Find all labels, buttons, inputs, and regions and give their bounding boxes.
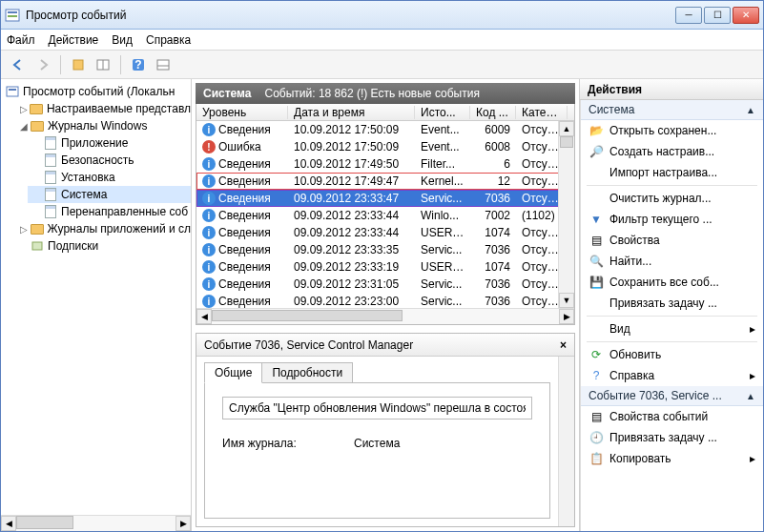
action-save-all[interactable]: 💾Сохранить все соб... (581, 272, 763, 293)
log-icon (43, 187, 58, 202)
action-properties[interactable]: ▤Свойства (581, 230, 763, 251)
scroll-right-icon[interactable]: ▶ (176, 516, 191, 531)
tree-hscrollbar[interactable]: ◀ ▶ (1, 515, 191, 531)
cell-source: Kernel... (415, 174, 470, 188)
table-row[interactable]: iСведения09.09.2012 23:33:19USER321074От… (196, 258, 574, 276)
menu-help[interactable]: Справка (146, 33, 191, 47)
tree-windows-logs[interactable]: ◢Журналы Windows (14, 117, 191, 134)
action-attach-task-event[interactable]: 🕘Привязать задачу ... (581, 427, 763, 448)
svg-rect-8 (157, 60, 169, 70)
cell-id: 7036 (470, 295, 516, 308)
copy-icon: 📋 (588, 451, 604, 466)
info-icon: i (202, 260, 216, 274)
close-button[interactable]: ✕ (733, 7, 759, 24)
tree-setup[interactable]: Установка (28, 169, 191, 186)
table-row[interactable]: iСведения10.09.2012 17:49:47Kernel...12О… (196, 173, 574, 190)
svg-text:?: ? (134, 58, 141, 72)
cell-source: USER32 (415, 226, 470, 239)
tree-apps-services[interactable]: ▷Журналы приложений и сл (14, 220, 191, 237)
collapse-icon[interactable]: ▲ (746, 391, 755, 401)
action-copy[interactable]: 📋Копировать▸ (581, 448, 763, 469)
action-import-custom[interactable]: Импорт настраива... (581, 162, 763, 183)
tree-security[interactable]: Безопасность (28, 152, 191, 169)
col-level[interactable]: Уровень (196, 106, 288, 119)
table-row[interactable]: iСведения09.09.2012 23:33:47Servic...703… (196, 190, 574, 207)
actions-group-event[interactable]: Событие 7036, Service ...▲ (581, 386, 763, 406)
info-icon: i (202, 295, 216, 308)
tree-subscriptions[interactable]: Подписки (14, 237, 191, 255)
cell-datetime: 10.09.2012 17:49:50 (288, 157, 415, 171)
event-grid: Уровень Дата и время Исто... Код ... Кат… (196, 104, 575, 325)
tree-application[interactable]: Приложение (28, 134, 191, 152)
table-row[interactable]: iСведения09.09.2012 23:23:00Servic...703… (196, 293, 574, 308)
cell-level: Сведения (218, 226, 271, 239)
toggle-pane-button[interactable] (92, 53, 114, 76)
titlebar: Просмотр событий ─ ☐ ✕ (1, 1, 763, 30)
table-row[interactable]: iСведения09.09.2012 23:31:05Servic...703… (196, 276, 574, 293)
help-button[interactable]: ? (127, 53, 150, 76)
detail-title: Событие 7036, Service Control Manager (204, 338, 413, 352)
action-attach-task[interactable]: Привязать задачу ... (581, 293, 763, 314)
action-refresh[interactable]: ⟳Обновить (581, 344, 763, 365)
table-row[interactable]: iСведения10.09.2012 17:50:09Event...6009… (196, 121, 574, 138)
minimize-button[interactable]: ─ (675, 7, 702, 24)
table-row[interactable]: iСведения09.09.2012 23:33:35Servic...703… (196, 241, 574, 258)
menu-action[interactable]: Действие (49, 33, 99, 47)
cell-id: 1074 (470, 226, 516, 239)
menu-view[interactable]: Вид (112, 33, 133, 47)
scroll-left-icon[interactable]: ◀ (196, 309, 212, 324)
forward-button[interactable] (31, 53, 54, 76)
find-icon: 🔍 (588, 254, 604, 269)
show-tree-button[interactable] (67, 53, 90, 76)
tree-root[interactable]: Просмотр событий (Локальн (1, 83, 191, 100)
scroll-down-icon[interactable]: ▼ (559, 293, 574, 308)
col-source[interactable]: Исто... (415, 106, 470, 119)
action-view[interactable]: Вид▸ (581, 318, 763, 339)
scroll-left-icon[interactable]: ◀ (1, 516, 16, 531)
action-clear-log[interactable]: Очистить журнал... (581, 188, 763, 209)
submenu-icon: ▸ (750, 369, 755, 382)
cell-level: Сведения (218, 277, 271, 291)
back-button[interactable] (7, 53, 30, 76)
tree-forwarded[interactable]: Перенаправленные соб (28, 203, 191, 220)
cell-datetime: 09.09.2012 23:33:47 (288, 192, 415, 205)
expand-icon[interactable]: ▷ (18, 104, 30, 114)
actions-group-system[interactable]: Система▲ (581, 100, 763, 120)
preview-pane-button[interactable] (152, 53, 175, 76)
col-datetime[interactable]: Дата и время (288, 106, 415, 119)
tab-general[interactable]: Общие (204, 362, 262, 383)
tree-custom-views[interactable]: ▷Настраиваемые представл (14, 100, 191, 117)
collapse-icon[interactable]: ◢ (18, 121, 30, 132)
tab-details[interactable]: Подробности (261, 362, 353, 383)
col-category[interactable]: Катего... (516, 106, 568, 119)
cell-level: Сведения (218, 260, 271, 274)
action-filter[interactable]: ▼Фильтр текущего ... (581, 209, 763, 230)
grid-hscrollbar[interactable]: ◀ ▶ (196, 308, 574, 324)
action-create-custom[interactable]: 🔎Создать настраив... (581, 141, 763, 162)
detail-message[interactable] (222, 397, 532, 419)
toolbar: ? (1, 51, 763, 79)
action-find[interactable]: 🔍Найти... (581, 251, 763, 272)
menu-file[interactable]: Файл (7, 33, 35, 47)
info-icon: i (202, 243, 216, 256)
table-row[interactable]: iСведения09.09.2012 23:33:44USER321074От… (196, 224, 574, 241)
action-open-saved[interactable]: 📂Открыть сохранен... (581, 120, 763, 141)
cell-id: 12 (470, 174, 516, 188)
detail-vscrollbar[interactable] (558, 357, 574, 526)
col-id[interactable]: Код ... (470, 106, 516, 119)
tree-system[interactable]: Система (28, 186, 191, 203)
grid-vscrollbar[interactable]: ▲ ▼ (558, 121, 574, 308)
cell-source: Winlo... (415, 209, 470, 222)
scroll-right-icon[interactable]: ▶ (559, 309, 574, 324)
filter-icon: ▼ (588, 212, 604, 227)
collapse-icon[interactable]: ▲ (746, 105, 755, 115)
table-row[interactable]: iСведения09.09.2012 23:33:44Winlo...7002… (196, 207, 574, 224)
scroll-up-icon[interactable]: ▲ (559, 121, 574, 136)
action-help[interactable]: ?Справка▸ (581, 365, 763, 386)
maximize-button[interactable]: ☐ (704, 7, 731, 24)
expand-icon[interactable]: ▷ (18, 224, 30, 235)
table-row[interactable]: !Ошибка10.09.2012 17:50:09Event...6008От… (196, 138, 574, 155)
detail-close-button[interactable]: × (560, 338, 567, 352)
table-row[interactable]: iСведения10.09.2012 17:49:50Filter...6От… (196, 155, 574, 173)
action-event-properties[interactable]: ▤Свойства событий (581, 406, 763, 427)
